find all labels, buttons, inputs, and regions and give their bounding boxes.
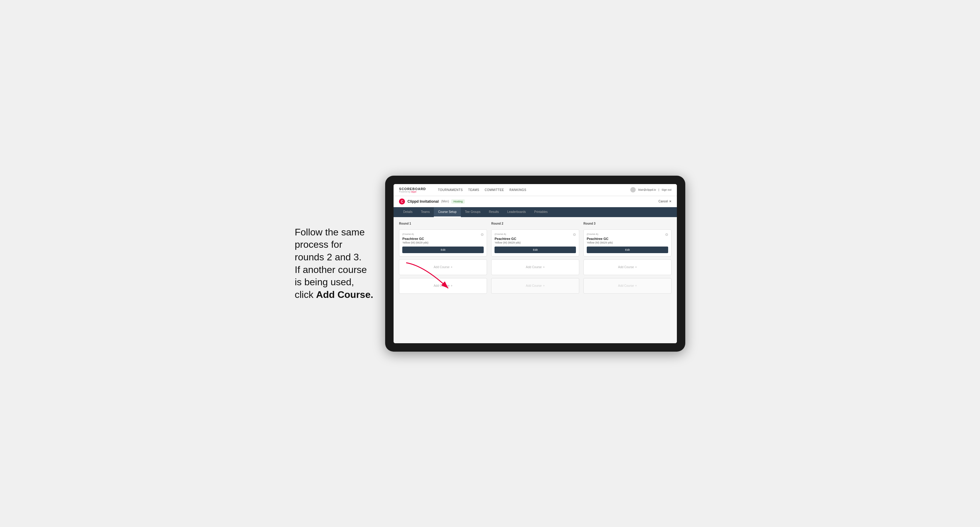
add-course-r3-text2: Add Course + (618, 284, 637, 287)
edit-course-r3[interactable]: Edit (587, 246, 668, 253)
cancel-label: Cancel (659, 200, 668, 203)
plus-icon-r1-1: + (451, 265, 452, 269)
round-1-course-card: (Course A) ⊙ Peachtree GC Yellow (M) (66… (399, 229, 487, 256)
round-3-label: Round 3 (584, 222, 671, 225)
round-2-course-card: (Course A) ⊙ Peachtree GC Yellow (M) (66… (491, 229, 579, 256)
add-course-r3-slot1[interactable]: Add Course + (584, 259, 671, 275)
edit-course-r1[interactable]: Edit (402, 246, 484, 253)
pipe-separator: | (659, 188, 659, 191)
tab-teams[interactable]: Teams (417, 207, 434, 217)
round-3-column: Round 3 (Course A) ⊙ Peachtree GC Yellow… (584, 222, 671, 294)
delete-course-r1[interactable]: ⊙ (481, 233, 484, 237)
round-1-label: Round 1 (399, 222, 487, 225)
course-a-label-r2: (Course A) (495, 233, 506, 235)
tablet-frame: SCOREBOARD Powered by clippd TOURNAMENTS… (385, 176, 685, 352)
card-header-r3: (Course A) ⊙ (587, 233, 668, 237)
nav-teams[interactable]: TEAMS (468, 188, 479, 192)
cancel-icon: ✕ (669, 200, 671, 203)
delete-course-r3[interactable]: ⊙ (665, 233, 668, 237)
tabs-bar: Details Teams Course Setup Tee Groups Re… (394, 207, 677, 217)
delete-course-r2[interactable]: ⊙ (573, 233, 576, 237)
add-course-r1-slot2[interactable]: Add Course + (399, 278, 487, 294)
add-course-emphasis: Add Course. (316, 289, 373, 300)
tab-course-setup[interactable]: Course Setup (434, 207, 461, 217)
brand-name: SCOREBOARD (399, 187, 426, 190)
card-header: (Course A) ⊙ (402, 233, 484, 237)
brand-tagline: Powered by clippd (399, 190, 426, 193)
course-tees-r3: Yellow (M) (6629 yds) (587, 241, 668, 244)
course-tees-r2: Yellow (M) (6629 yds) (495, 241, 576, 244)
round-3-course-card: (Course A) ⊙ Peachtree GC Yellow (M) (66… (584, 229, 671, 256)
add-course-r2-text2: Add Course + (526, 284, 545, 287)
add-course-r1-slot1[interactable]: Add Course + (399, 259, 487, 275)
tablet-screen: SCOREBOARD Powered by clippd TOURNAMENTS… (394, 184, 677, 343)
card-header-r2: (Course A) ⊙ (495, 233, 576, 237)
course-name-r2: Peachtree GC (495, 237, 576, 241)
sign-out-link[interactable]: Sign out (662, 188, 671, 191)
tournament-name: Clippd Invitational (407, 199, 439, 203)
course-tees-r1: Yellow (M) (6629 yds) (402, 241, 484, 244)
round-1-column: Round 1 (Course A) ⊙ Peachtree GC Yellow… (399, 222, 487, 294)
edit-course-r2[interactable]: Edit (495, 246, 576, 253)
user-avatar (630, 187, 636, 192)
tournament-gender: (Men) (441, 200, 449, 203)
nav-committee[interactable]: COMMITTEE (485, 188, 504, 192)
add-course-r2-slot2: Add Course + (491, 278, 579, 294)
add-course-r3-text1: Add Course + (618, 265, 637, 269)
rounds-grid: Round 1 (Course A) ⊙ Peachtree GC Yellow… (399, 222, 671, 294)
plus-icon-r1-2: + (451, 284, 452, 287)
plus-icon-r3-1: + (635, 265, 637, 269)
add-course-r2-slot1[interactable]: Add Course + (491, 259, 579, 275)
nav-links: TOURNAMENTS TEAMS COMMITTEE RANKINGS (438, 188, 624, 192)
plus-icon-r2-2: + (543, 284, 545, 287)
top-navigation: SCOREBOARD Powered by clippd TOURNAMENTS… (394, 184, 677, 196)
tab-results[interactable]: Results (485, 207, 503, 217)
nav-user-area: blair@clippd.io | Sign out (630, 187, 671, 192)
tab-printables[interactable]: Printables (530, 207, 552, 217)
hosting-badge: Hosting (451, 199, 465, 203)
tab-details[interactable]: Details (399, 207, 417, 217)
course-a-label-r3: (Course A) (587, 233, 598, 235)
round-2-label: Round 2 (491, 222, 579, 225)
nav-tournaments[interactable]: TOURNAMENTS (438, 188, 463, 192)
brand-logo: SCOREBOARD Powered by clippd (399, 187, 426, 193)
course-a-label-r1: (Course A) (402, 233, 414, 235)
user-email: blair@clippd.io (638, 188, 656, 191)
plus-icon-r2-1: + (543, 265, 545, 269)
round-2-column: Round 2 (Course A) ⊙ Peachtree GC Yellow… (491, 222, 579, 294)
content-area: Round 1 (Course A) ⊙ Peachtree GC Yellow… (394, 217, 677, 343)
instruction-panel: Follow the same process for rounds 2 and… (295, 226, 373, 301)
add-course-r2-text1: Add Course + (526, 265, 545, 269)
tournament-info: C Clippd Invitational (Men) Hosting (399, 198, 465, 205)
clippd-logo-icon: C (399, 198, 405, 205)
course-name-r3: Peachtree GC (587, 237, 668, 241)
cancel-button[interactable]: Cancel ✕ (659, 200, 671, 203)
add-course-r1-text2: Add Course + (434, 284, 452, 287)
nav-rankings[interactable]: RANKINGS (509, 188, 527, 192)
plus-icon-r3-2: + (635, 284, 637, 287)
instruction-text: Follow the same process for rounds 2 and… (295, 226, 373, 301)
add-course-r1-text1: Add Course + (434, 265, 452, 269)
tab-leaderboards[interactable]: Leaderboards (503, 207, 530, 217)
tab-tee-groups[interactable]: Tee Groups (461, 207, 485, 217)
sub-header: C Clippd Invitational (Men) Hosting Canc… (394, 196, 677, 207)
add-course-r3-slot2: Add Course + (584, 278, 671, 294)
course-name-r1: Peachtree GC (402, 237, 484, 241)
